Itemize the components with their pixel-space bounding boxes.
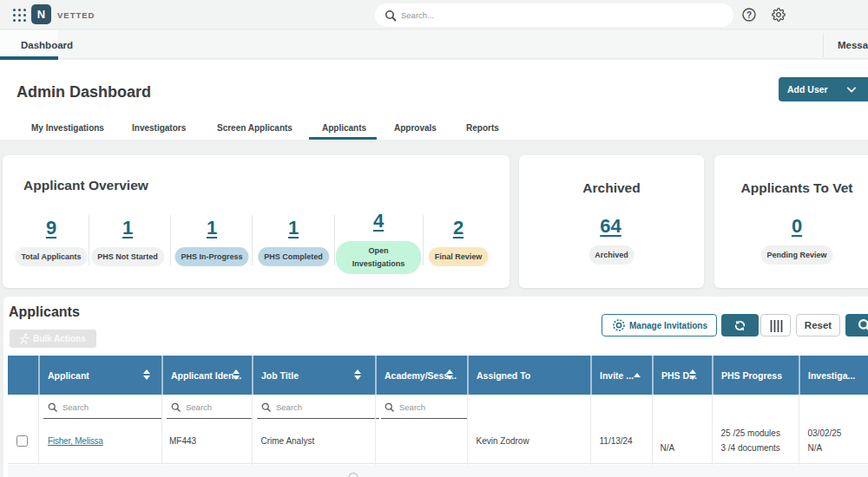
svg-text:?: ? [746, 10, 752, 20]
